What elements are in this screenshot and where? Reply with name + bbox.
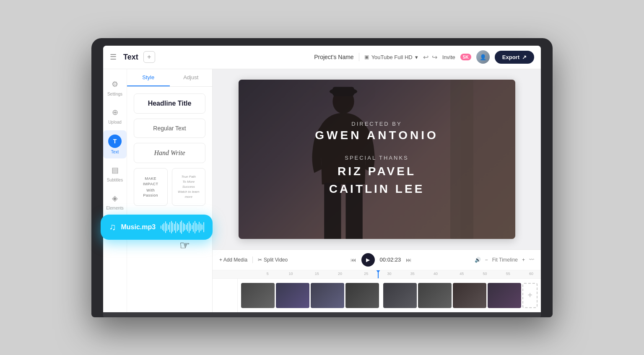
timeline-area: + Add Media ✂ Split Video ⏮ ▶ 00:02:23 ⏭ xyxy=(213,249,541,312)
menu-icon[interactable]: ☰ xyxy=(110,52,117,62)
avatar: 👤 xyxy=(476,50,490,64)
gap xyxy=(380,283,382,308)
undo-button[interactable]: ↩ xyxy=(423,53,428,61)
editor-area: DIRECTED BY GWEN ANTONIO SPECIAL THANKS … xyxy=(213,69,541,312)
handwrite-button[interactable]: Hand Write xyxy=(134,143,205,163)
add-media-button[interactable]: + Add Media xyxy=(219,257,247,263)
fit-timeline-label: Fit Timeline xyxy=(492,257,518,263)
special-label: SPECIAL THANKS xyxy=(329,155,425,161)
sidebar-item-settings[interactable]: ⚙ Settings xyxy=(103,74,127,101)
template-impact-card[interactable]: MAKE IMPACT With Passion xyxy=(134,168,168,206)
zoom-minus[interactable]: − xyxy=(485,257,488,263)
timeline-tracks: + xyxy=(213,279,541,312)
playhead[interactable] xyxy=(378,270,379,278)
sidebar-item-elements[interactable]: ◈ Elements xyxy=(103,188,127,215)
panel-body: Headline Title Regular Text Hand Write M… xyxy=(127,87,212,212)
playhead-arrow xyxy=(376,270,380,273)
play-button[interactable]: ▶ xyxy=(361,253,375,267)
share-icon: ↗ xyxy=(522,54,527,60)
special-block: SPECIAL THANKS RIZ PAVEL CAITLIN LEE xyxy=(329,155,425,198)
template-path-text: True Path To More Success Watch to learn… xyxy=(177,174,201,200)
clip-8[interactable] xyxy=(488,283,521,308)
waveform-icon[interactable]: 〰 xyxy=(529,257,534,263)
settings-icon: ⚙ xyxy=(109,78,121,90)
top-bar: ☰ Text + Project's Name ▣ YouTube Full H… xyxy=(103,46,541,69)
sidebar: ⚙ Settings ⊕ Upload T Text ▤ Subtitles ◈ xyxy=(103,69,127,312)
settings-label: Settings xyxy=(107,92,122,96)
add-clip-button[interactable]: + xyxy=(522,283,538,308)
directed-label: DIRECTED BY xyxy=(315,121,438,127)
clip-4[interactable] xyxy=(345,283,379,308)
video-background: DIRECTED BY GWEN ANTONIO SPECIAL THANKS … xyxy=(239,80,515,239)
skip-back-button[interactable]: ⏮ xyxy=(351,257,356,263)
panel-tabs: Style Adjust xyxy=(127,69,212,87)
sidebar-item-text[interactable]: T Text xyxy=(103,130,127,158)
clip-5[interactable] xyxy=(383,283,417,308)
text-label: Text xyxy=(111,150,119,154)
format-label: YouTube Full HD xyxy=(371,54,413,60)
add-text-button[interactable]: + xyxy=(143,51,155,63)
music-note-icon: ♫ xyxy=(109,222,116,233)
divider xyxy=(359,53,359,61)
template-path-card[interactable]: True Path To More Success Watch to learn… xyxy=(172,168,206,206)
clip-1[interactable] xyxy=(241,283,275,308)
tab-style[interactable]: Style xyxy=(127,69,170,86)
elements-icon: ◈ xyxy=(109,192,121,204)
timeline-controls: + Add Media ✂ Split Video ⏮ ▶ 00:02:23 ⏭ xyxy=(213,250,541,270)
elements-label: Elements xyxy=(106,206,124,210)
directed-block: DIRECTED BY GWEN ANTONIO xyxy=(315,121,438,142)
chevron-down-icon: ▾ xyxy=(415,54,418,60)
invite-button[interactable]: Invite xyxy=(442,54,455,60)
subtitles-label: Subtitles xyxy=(107,178,123,182)
ruler-marks: 5 10 15 20 25 30 35 40 45 50 55 60 xyxy=(244,270,534,278)
sidebar-item-upload[interactable]: ⊕ Upload xyxy=(103,102,127,129)
timeline-ruler: 5 10 15 20 25 30 35 40 45 50 55 60 xyxy=(213,270,541,279)
undo-redo-group: ↩ ↪ xyxy=(423,53,437,61)
format-selector[interactable]: ▣ YouTube Full HD ▾ xyxy=(364,54,418,60)
laptop-bottom-bezel xyxy=(103,312,541,317)
regular-text-button[interactable]: Regular Text xyxy=(134,119,205,138)
upload-icon: ⊕ xyxy=(109,106,121,118)
clip-2[interactable] xyxy=(276,283,309,308)
sidebar-item-subtitles[interactable]: ▤ Subtitles xyxy=(103,160,127,187)
export-button[interactable]: Export ↗ xyxy=(495,51,534,64)
text-icon: T xyxy=(108,135,122,148)
special-names: RIZ PAVEL CAITLIN LEE xyxy=(329,163,425,198)
timeline-right: 🔊 − Fit Timeline + 〰 xyxy=(475,257,534,263)
tab-adjust[interactable]: Adjust xyxy=(170,69,213,86)
format-icon: ▣ xyxy=(364,54,369,60)
track-label xyxy=(213,279,238,312)
music-card[interactable]: ♫ Music.mp3 xyxy=(103,215,213,240)
skip-forward-button[interactable]: ⏭ xyxy=(406,257,412,263)
template-impact-text: MAKE IMPACT With Passion xyxy=(138,175,163,198)
volume-icon[interactable]: 🔊 xyxy=(475,257,481,263)
sk-badge: 5K xyxy=(460,54,471,60)
main-content: ⚙ Settings ⊕ Upload T Text ▤ Subtitles ◈ xyxy=(103,69,541,312)
time-display: 00:02:23 xyxy=(380,257,401,263)
divider xyxy=(252,257,253,263)
laptop-screen: ☰ Text + Project's Name ▣ YouTube Full H… xyxy=(103,46,541,312)
redo-button[interactable]: ↪ xyxy=(432,53,437,61)
scissors-icon: ✂ xyxy=(258,257,262,263)
canvas-area: DIRECTED BY GWEN ANTONIO SPECIAL THANKS … xyxy=(213,69,541,249)
track-content: + xyxy=(238,279,541,312)
zoom-plus[interactable]: + xyxy=(522,257,525,263)
clip-3[interactable] xyxy=(311,283,344,308)
top-bar-right: ↩ ↪ Invite 5K 👤 Export ↗ xyxy=(423,50,534,64)
video-text-overlay: DIRECTED BY GWEN ANTONIO SPECIAL THANKS … xyxy=(239,80,515,239)
clip-7[interactable] xyxy=(453,283,486,308)
split-video-button[interactable]: ✂ Split Video xyxy=(258,257,288,263)
text-templates-row: MAKE IMPACT With Passion True Path To Mo… xyxy=(134,168,205,206)
page-title: Text xyxy=(123,53,138,62)
subtitles-icon: ▤ xyxy=(109,164,121,176)
video-canvas[interactable]: DIRECTED BY GWEN ANTONIO SPECIAL THANKS … xyxy=(239,80,515,239)
playback-controls: ⏮ ▶ 00:02:23 ⏭ xyxy=(293,253,469,267)
waveform-visual xyxy=(161,220,204,235)
text-panel: Style Adjust Headline Title Regular Text… xyxy=(127,69,213,312)
director-name: GWEN ANTONIO xyxy=(315,129,438,142)
cursor-hand: ☞ xyxy=(179,238,190,252)
headline-title-button[interactable]: Headline Title xyxy=(134,93,205,114)
clip-6[interactable] xyxy=(418,283,452,308)
upload-label: Upload xyxy=(108,120,122,124)
project-name[interactable]: Project's Name xyxy=(314,54,353,60)
